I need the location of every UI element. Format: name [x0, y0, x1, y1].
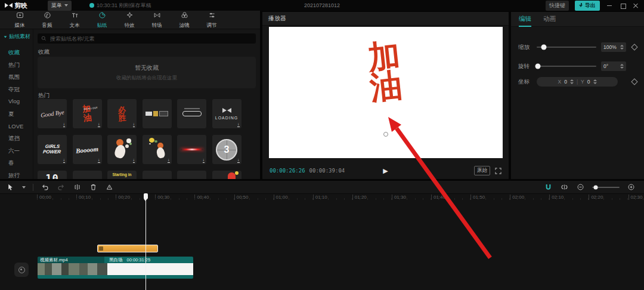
sidebar-item-氛围[interactable]: 氛围 [0, 71, 33, 84]
sticker-jiayou[interactable]: 加油GO ALL OUT↓ [73, 99, 102, 128]
ribbon-item-filter[interactable]: 滤镜 [173, 11, 196, 29]
ruler-label: 01:50 [470, 195, 485, 200]
zoom-out-icon[interactable] [576, 183, 585, 192]
favorites-section-title: 收藏 [38, 48, 49, 56]
download-icon[interactable]: ↓ [237, 122, 240, 127]
delete-icon[interactable] [89, 183, 98, 192]
sticker-countdown-3[interactable]: 3↓ [212, 135, 242, 164]
split-icon[interactable] [73, 183, 82, 192]
download-icon[interactable]: ↓ [168, 158, 170, 163]
redo-icon[interactable] [57, 183, 66, 192]
stepper-icon[interactable] [620, 64, 624, 69]
keyframe-icon[interactable] [631, 44, 637, 50]
sticker-sticker-dark-2[interactable] [143, 171, 172, 179]
download-icon[interactable]: ↓ [203, 158, 205, 163]
sticker-laser-line[interactable]: ↓ [177, 135, 206, 164]
sticker-art [228, 172, 236, 179]
sidebar-item-夏[interactable]: 夏 [0, 108, 33, 121]
shortcuts-button[interactable]: 快捷键 [546, 1, 569, 11]
sidebar-item-收藏[interactable]: 收藏 [0, 47, 33, 59]
minimize-button[interactable] [606, 2, 613, 9]
sidebar-item-热门[interactable]: 热门 [0, 59, 33, 72]
search-input[interactable] [49, 35, 252, 42]
undo-icon[interactable] [41, 183, 49, 192]
export-button[interactable]: 导出 [575, 1, 600, 11]
search-box[interactable] [38, 33, 256, 44]
ribbon-item-effects[interactable]: 特效 [118, 11, 141, 29]
timeline-link-icon[interactable] [560, 183, 569, 192]
stepper-icon[interactable] [570, 79, 574, 84]
maximize-button[interactable] [619, 2, 626, 9]
download-icon[interactable]: ↓ [133, 158, 135, 163]
sticker-label: 必胜 [117, 106, 126, 122]
menu-button[interactable]: 菜单 [48, 1, 72, 11]
snap-magnet-icon[interactable] [544, 183, 553, 192]
sidebar-header[interactable]: 贴纸素材 [0, 33, 33, 41]
sticker-good-bye[interactable]: Good Bye↓ [38, 99, 67, 128]
sticker-girls-power[interactable]: GIRLS POWER↓ [38, 135, 67, 164]
sticker-digital-10[interactable]: 10 [38, 171, 67, 179]
sticker-sticker-dark-3[interactable] [177, 171, 206, 179]
ribbon-item-text[interactable]: 文本 [63, 11, 86, 29]
download-icon[interactable]: ↓ [63, 158, 66, 163]
sticker-loading-line[interactable] [177, 99, 206, 128]
sidebar-item-六一[interactable]: 六一 [0, 145, 33, 158]
rotate-handle[interactable] [383, 132, 388, 137]
timeline-zoom-slider[interactable] [592, 187, 620, 188]
canvas-sticker-jiayou[interactable]: 加 油 [367, 41, 405, 103]
y-value: 0 [587, 79, 590, 85]
keyframe-icon[interactable] [631, 78, 637, 85]
zoom-slider-handle[interactable] [594, 185, 598, 189]
sidebar-item-LOVE[interactable]: LOVE [0, 121, 33, 133]
sticker-capcut-loading[interactable]: LOADING↓ [212, 99, 242, 128]
scale-value-box[interactable]: 100% [601, 42, 626, 52]
category-sidebar: 贴纸素材 收藏热门氛围夺冠Vlog夏LOVE遮挡六一春旅行 [0, 29, 33, 179]
stepper-icon[interactable] [620, 45, 624, 50]
fullscreen-icon[interactable] [495, 168, 501, 174]
chevron-down-icon[interactable] [22, 186, 26, 189]
ribbon-item-transition[interactable]: 转场 [145, 11, 168, 29]
rotate-slider-handle[interactable] [535, 64, 541, 69]
download-icon[interactable]: ↓ [98, 122, 100, 127]
ribbon-item-adjust[interactable]: 调节 [200, 11, 223, 29]
rotate-value-box[interactable]: 0° [601, 61, 626, 71]
sticker-sticker-dark-1[interactable] [73, 171, 102, 179]
freeze-frame-icon[interactable] [105, 183, 114, 192]
download-icon[interactable]: ↓ [133, 122, 135, 127]
scale-slider[interactable] [537, 47, 596, 48]
download-icon[interactable]: ↓ [63, 122, 66, 127]
rotate-slider[interactable] [537, 66, 596, 67]
timeline-ruler[interactable]: 00:0000:1000:2000:3000:4000:5001:0001:10… [0, 193, 644, 202]
sticker-boooom[interactable]: Boooom↓ [73, 135, 102, 164]
sidebar-item-Vlog[interactable]: Vlog [0, 95, 33, 108]
scale-slider-handle[interactable] [541, 45, 547, 50]
sidebar-item-旅行[interactable]: 旅行 [0, 169, 33, 182]
ribbon-item-media[interactable]: 媒体 [8, 11, 31, 29]
sticker-starting-in[interactable]: Starting in [107, 171, 137, 179]
sticker-flower-girl[interactable]: ↓ [107, 135, 137, 164]
sticker-caption-tags[interactable] [143, 99, 172, 128]
download-icon[interactable]: ↓ [98, 158, 100, 163]
ribbon-item-sticker[interactable]: 贴纸 [91, 11, 113, 29]
tab-animation[interactable]: 动画 [543, 15, 556, 23]
stepper-icon[interactable] [593, 79, 597, 84]
cover-button[interactable] [14, 263, 29, 277]
sticker-flower-girl-2[interactable]: ↓ [143, 135, 172, 164]
ratio-original-button[interactable]: 原始 [474, 166, 490, 175]
preview-canvas[interactable]: 加 油 [269, 27, 503, 158]
play-button[interactable]: ▶ [383, 167, 388, 175]
close-button[interactable] [632, 2, 639, 9]
ribbon-item-audio[interactable]: 音频 [36, 11, 58, 29]
select-tool-icon[interactable] [6, 183, 15, 192]
sticker-bisheng[interactable]: 必胜↓ [107, 99, 137, 128]
sticker-track-clip[interactable] [97, 245, 158, 252]
download-icon[interactable]: ↓ [237, 158, 240, 163]
video-track-clip[interactable]: 视频素材.mp4 黑白场 00:00:31:25 [38, 257, 193, 279]
tab-edit[interactable]: 编辑 [519, 15, 531, 23]
sidebar-item-春[interactable]: 春 [0, 157, 33, 169]
position-xy-group[interactable]: X 0 | Y 0 [537, 77, 618, 87]
sidebar-item-夺冠[interactable]: 夺冠 [0, 84, 33, 96]
zoom-in-icon[interactable] [627, 183, 636, 192]
sidebar-item-遮挡[interactable]: 遮挡 [0, 132, 33, 145]
sticker-red-mascot[interactable] [212, 171, 242, 179]
